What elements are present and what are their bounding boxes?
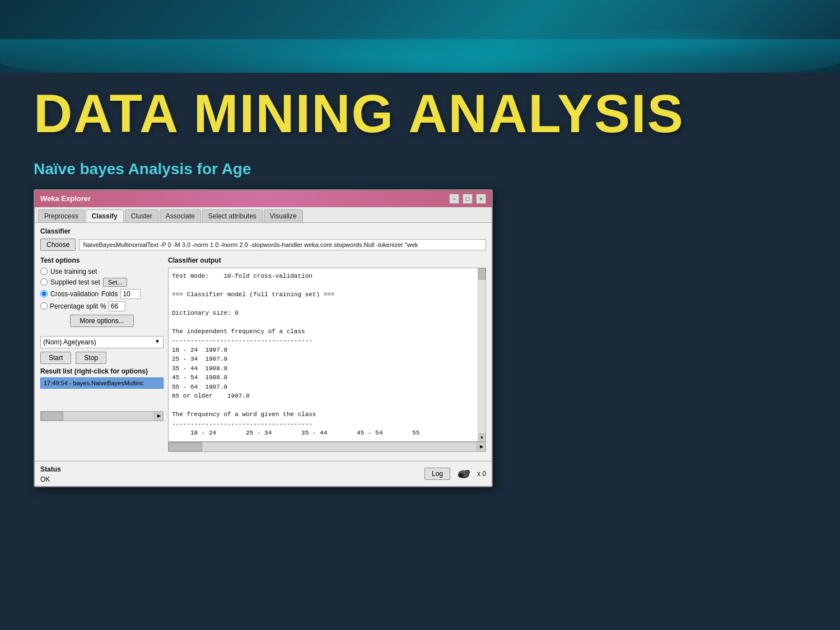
status-value: OK	[40, 475, 50, 483]
result-list-label: Result list (right-click for options)	[40, 367, 164, 375]
use-training-set-radio[interactable]	[40, 268, 48, 275]
header-background	[0, 0, 840, 73]
maximize-button[interactable]: □	[463, 194, 473, 204]
main-content: DATA MINING ANALYSIS Naïve bayes Analysi…	[0, 73, 840, 510]
nom-age-dropdown-wrap: (Nom) Age(years)	[40, 330, 164, 352]
status-section: Status OK	[40, 464, 61, 484]
classifier-output-textarea: Test mode: 10-fold cross-validation === …	[168, 268, 486, 442]
tab-select-attributes[interactable]: Select attributes	[202, 209, 263, 222]
start-stop-row: Start Stop	[40, 352, 164, 364]
status-bar: Status OK Log x 0	[35, 461, 492, 486]
output-scroll-thumb	[478, 268, 486, 279]
bird-icon	[455, 466, 473, 482]
left-scroll-thumb	[41, 412, 63, 421]
out-scroll-thumb	[169, 442, 202, 451]
cross-validation-row: Cross-validation Folds	[40, 289, 164, 299]
weka-window-title: Weka Explorer	[40, 194, 91, 203]
tab-classify[interactable]: Classify	[86, 209, 124, 222]
weka-tabs: Preprocess Classify Cluster Associate Se…	[35, 207, 492, 223]
out-scroll-arrow-right[interactable]: ▶	[477, 442, 486, 451]
test-options-panel: Test options Use training set Supplied t…	[40, 256, 164, 452]
log-button[interactable]: Log	[424, 468, 450, 480]
left-scroll-arrow-right[interactable]: ▶	[154, 412, 163, 421]
more-options-button[interactable]: More options...	[70, 315, 133, 327]
output-panel: Classifier output Test mode: 10-fold cro…	[168, 256, 486, 452]
weka-explorer-window: Weka Explorer − □ × Preprocess Classify …	[34, 189, 493, 487]
output-text: Test mode: 10-fold cross-validation === …	[172, 272, 482, 438]
cross-validation-radio[interactable]	[40, 290, 48, 297]
use-training-set-label: Use training set	[50, 268, 97, 276]
folds-input[interactable]	[120, 289, 141, 299]
weka-titlebar: Weka Explorer − □ ×	[35, 190, 492, 207]
output-scroll-arrow-down[interactable]: ▼	[478, 433, 486, 441]
classifier-text: NaiveBayesMultinomialText -P 0 -M 3.0 -n…	[79, 239, 486, 250]
left-panel-scrollbar[interactable]: ▶	[40, 411, 164, 421]
status-label: Status	[40, 465, 61, 473]
pct-input[interactable]	[109, 301, 125, 311]
tab-associate[interactable]: Associate	[160, 209, 201, 222]
use-training-set-row: Use training set	[40, 268, 164, 276]
weka-bird-svg	[455, 466, 472, 481]
tab-visualize[interactable]: Visualize	[264, 209, 303, 222]
set-button[interactable]: Set...	[103, 278, 128, 287]
classifier-row: Choose NaiveBayesMultinomialText -P 0 -M…	[40, 239, 486, 251]
stop-button[interactable]: Stop	[76, 352, 106, 364]
percentage-split-row: Percentage split %	[40, 301, 164, 311]
tab-cluster[interactable]: Cluster	[125, 209, 158, 222]
two-panel-layout: Test options Use training set Supplied t…	[40, 256, 486, 452]
percentage-split-label: Percentage split	[50, 302, 98, 310]
supplied-test-set-label: Supplied test set	[50, 278, 100, 286]
percentage-split-radio[interactable]	[40, 302, 48, 310]
close-button[interactable]: ×	[476, 194, 486, 204]
weka-body: Classifier Choose NaiveBayesMultinomialT…	[35, 223, 492, 461]
wave-overlay	[0, 0, 840, 73]
tab-preprocess[interactable]: Preprocess	[38, 209, 85, 222]
minimize-button[interactable]: −	[449, 194, 459, 204]
supplied-test-set-radio[interactable]	[40, 278, 48, 286]
result-list-item[interactable]: 17:49:54 - bayes.NaiveBayesMultinc	[40, 377, 164, 389]
nom-age-dropdown[interactable]: (Nom) Age(years)	[40, 336, 164, 348]
supplied-test-set-row: Supplied test set Set...	[40, 278, 164, 287]
output-bottom-scrollbar[interactable]: ▶	[168, 442, 486, 452]
test-options-label: Test options	[40, 256, 164, 264]
classifier-output-label: Classifier output	[168, 256, 486, 264]
svg-point-3	[458, 473, 464, 478]
subtitle: Naïve bayes Analysis for Age	[34, 160, 806, 178]
output-scrollbar[interactable]: ▼	[478, 268, 486, 441]
start-button[interactable]: Start	[40, 352, 71, 364]
page-title: DATA MINING ANALYSIS	[34, 84, 806, 143]
pct-symbol: %	[100, 302, 106, 310]
window-controls: − □ ×	[449, 194, 486, 204]
folds-label: Folds	[101, 290, 118, 298]
cross-validation-label: Cross-validation	[50, 290, 99, 298]
x0-label: x 0	[477, 470, 486, 478]
classifier-section-label: Classifier	[40, 227, 486, 235]
svg-point-2	[465, 470, 470, 474]
choose-button[interactable]: Choose	[40, 239, 76, 251]
status-right: Log x 0	[424, 466, 486, 482]
